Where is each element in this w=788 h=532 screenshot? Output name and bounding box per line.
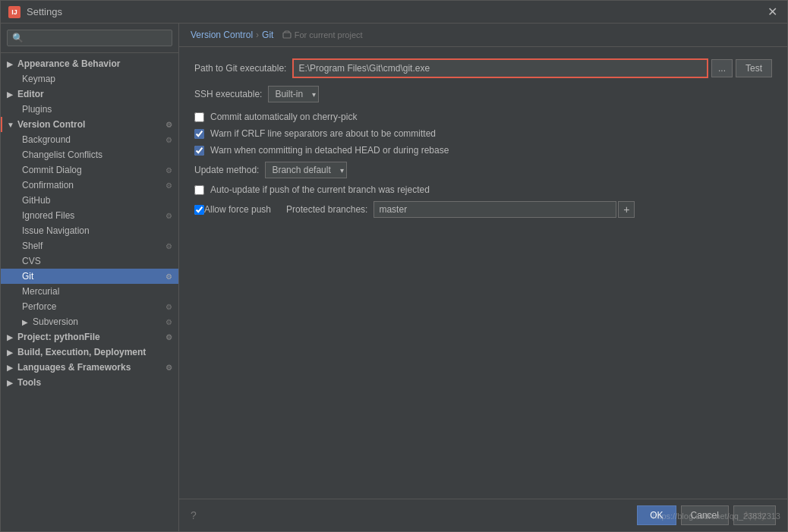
sidebar-item-confirmation[interactable]: Confirmation ⚙ — [1, 178, 178, 193]
settings-icon: ⚙ — [165, 333, 172, 342]
settings-icon: ⚙ — [165, 242, 172, 250]
sidebar-item-plugins[interactable]: Plugins — [1, 102, 178, 117]
git-path-row: Path to Git executable: ... Test — [194, 58, 772, 78]
settings-icon: ⚙ — [165, 166, 172, 175]
auto-update-row: Auto-update if push of the current branc… — [194, 184, 772, 195]
detached-head-row: Warn when committing in detached HEAD or… — [194, 145, 772, 156]
arrow-icon: ▶ — [7, 364, 14, 372]
sidebar-item-label: Shelf — [22, 241, 43, 251]
search-input[interactable] — [7, 30, 172, 46]
detached-head-checkbox[interactable] — [194, 146, 204, 156]
sidebar-item-label: Perforce — [22, 301, 56, 312]
sidebar-item-tools[interactable]: ▶ Tools — [1, 375, 178, 390]
sidebar-item-label: Languages & Frameworks — [17, 362, 131, 373]
sidebar-item-build-execution[interactable]: ▶ Build, Execution, Deployment — [1, 345, 178, 360]
settings-icon: ⚙ — [165, 272, 172, 281]
settings-icon: ⚙ — [165, 181, 172, 190]
apply-button[interactable]: Apply — [733, 505, 776, 525]
sidebar-item-label: GitHub — [22, 195, 50, 206]
git-path-label: Path to Git executable: — [194, 63, 286, 74]
nav-tree: ▶ Appearance & Behavior Keymap ▶ Editor … — [1, 53, 178, 531]
sidebar-item-mercurial[interactable]: Mercurial — [1, 284, 178, 299]
arrow-icon: ▶ — [7, 90, 14, 99]
settings-content: Path to Git executable: ... Test SSH exe… — [179, 47, 787, 499]
sidebar-item-label: Editor — [17, 89, 44, 99]
add-protected-branch-button[interactable]: + — [618, 201, 635, 218]
sidebar: ▶ Appearance & Behavior Keymap ▶ Editor … — [1, 24, 179, 531]
sidebar-item-project-python[interactable]: ▶ Project: pythonFile ⚙ — [1, 329, 178, 345]
sidebar-item-label: Plugins — [22, 104, 52, 115]
sidebar-item-cvs[interactable]: CVS — [1, 253, 178, 269]
git-test-button[interactable]: Test — [736, 59, 772, 77]
cherry-pick-label: Commit automatically on cherry-pick — [210, 112, 357, 122]
sidebar-item-editor[interactable]: ▶ Editor — [1, 87, 178, 102]
sidebar-item-keymap[interactable]: Keymap — [1, 71, 178, 87]
cancel-button[interactable]: Cancel — [681, 505, 729, 525]
crlf-checkbox[interactable] — [194, 129, 204, 139]
sidebar-item-label: Issue Navigation — [22, 225, 90, 236]
sidebar-item-background[interactable]: Background ⚙ — [1, 132, 178, 147]
settings-icon: ⚙ — [165, 303, 172, 311]
auto-update-checkbox[interactable] — [194, 185, 204, 195]
sidebar-item-label: Confirmation — [22, 180, 74, 190]
window-title: Settings — [27, 6, 764, 17]
arrow-icon: ▶ — [7, 333, 14, 342]
svg-rect-0 — [283, 33, 291, 38]
arrow-icon: ▼ — [7, 121, 14, 129]
close-button[interactable]: ✕ — [764, 5, 780, 19]
sidebar-item-shelf[interactable]: Shelf ⚙ — [1, 238, 178, 253]
sidebar-item-label: Ignored Files — [22, 210, 74, 221]
settings-icon: ⚙ — [165, 318, 172, 326]
update-method-row: Update method: Branch default Merge Reba… — [194, 162, 772, 178]
ok-button[interactable]: OK — [637, 505, 676, 525]
force-push-label: Allow force push — [204, 204, 271, 215]
sidebar-item-label: Project: pythonFile — [17, 332, 100, 342]
ssh-select[interactable]: Built-in Native — [268, 86, 319, 102]
ssh-label: SSH executable: — [194, 89, 262, 99]
protected-branches-input[interactable] — [374, 201, 616, 218]
arrow-icon: ▶ — [7, 60, 14, 68]
sidebar-item-label: Tools — [17, 377, 41, 388]
project-icon — [282, 30, 292, 39]
sidebar-item-languages[interactable]: ▶ Languages & Frameworks ⚙ — [1, 360, 178, 375]
cherry-pick-row: Commit automatically on cherry-pick — [194, 112, 772, 122]
app-icon: IJ — [8, 6, 20, 18]
sidebar-item-appearance[interactable]: ▶ Appearance & Behavior — [1, 56, 178, 71]
sidebar-item-issue-navigation[interactable]: Issue Navigation — [1, 223, 178, 238]
breadcrumb-sep: › — [256, 30, 259, 40]
force-push-row: Allow force push Protected branches: + — [194, 201, 772, 218]
sidebar-item-commit-dialog[interactable]: Commit Dialog ⚙ — [1, 162, 178, 178]
sidebar-item-label: Appearance & Behavior — [17, 58, 120, 69]
sidebar-item-git[interactable]: Git ⚙ — [1, 269, 178, 284]
breadcrumb: Version Control › Git For current projec… — [179, 24, 787, 47]
git-path-input[interactable] — [292, 58, 708, 78]
footer: ? OK Cancel Apply — [179, 499, 787, 531]
crlf-row: Warn if CRLF line separators are about t… — [194, 128, 772, 139]
cherry-pick-checkbox[interactable] — [194, 112, 204, 122]
detached-head-label: Warn when committing in detached HEAD or… — [210, 145, 449, 156]
ssh-row: SSH executable: Built-in Native ▾ — [194, 86, 772, 102]
update-method-select[interactable]: Branch default Merge Rebase — [265, 162, 347, 178]
sidebar-item-label: Git — [22, 271, 33, 282]
sidebar-item-label: Version Control — [17, 119, 85, 130]
sidebar-item-ignored-files[interactable]: Ignored Files ⚙ — [1, 208, 178, 223]
settings-window: IJ Settings ✕ ▶ Appearance & Behavior Ke… — [0, 0, 788, 532]
update-method-select-wrapper: Branch default Merge Rebase ▾ — [265, 162, 347, 178]
force-push-checkbox[interactable] — [194, 205, 204, 215]
sidebar-item-label: CVS — [22, 256, 41, 266]
sidebar-item-subversion[interactable]: ▶ Subversion ⚙ — [1, 314, 178, 329]
update-method-label: Update method: — [194, 165, 259, 175]
help-button[interactable]: ? — [191, 509, 197, 521]
titlebar: IJ Settings ✕ — [1, 1, 787, 24]
sidebar-item-changelist-conflicts[interactable]: Changelist Conflicts — [1, 147, 178, 162]
crlf-label: Warn if CRLF line separators are about t… — [210, 128, 436, 139]
auto-update-label: Auto-update if push of the current branc… — [210, 184, 430, 195]
sidebar-item-label: Build, Execution, Deployment — [17, 347, 146, 357]
sidebar-item-version-control[interactable]: ▼ Version Control ⚙ — [1, 117, 178, 132]
sidebar-item-github[interactable]: GitHub — [1, 193, 178, 208]
git-path-browse-button[interactable]: ... — [711, 59, 733, 77]
main-content: ▶ Appearance & Behavior Keymap ▶ Editor … — [1, 24, 787, 531]
right-panel: Version Control › Git For current projec… — [179, 24, 787, 531]
breadcrumb-part1: Version Control — [191, 30, 253, 40]
sidebar-item-perforce[interactable]: Perforce ⚙ — [1, 299, 178, 314]
